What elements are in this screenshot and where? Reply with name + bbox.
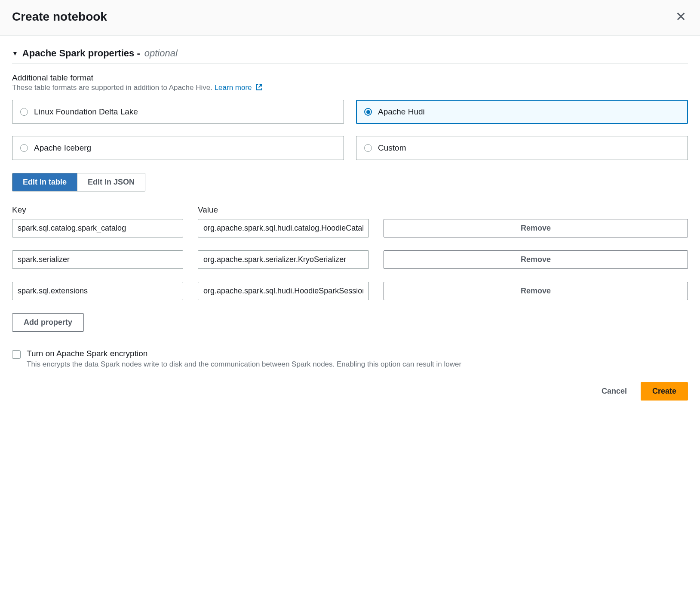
table-format-label: Additional table format bbox=[12, 73, 688, 83]
property-key-input[interactable] bbox=[12, 282, 183, 300]
property-key-input[interactable] bbox=[12, 250, 183, 269]
encryption-label: Turn on Apache Spark encryption bbox=[27, 349, 461, 358]
learn-more-link[interactable]: Learn more bbox=[215, 83, 263, 92]
properties-table: Key Value Remove Remove Remove bbox=[12, 205, 688, 300]
edit-mode-toggle: Edit in table Edit in JSON bbox=[12, 173, 145, 191]
remove-property-button[interactable]: Remove bbox=[384, 219, 688, 237]
value-column-header: Value bbox=[198, 205, 369, 215]
modal-body: ▼ Apache Spark properties - optional Add… bbox=[0, 36, 700, 374]
radio-icon bbox=[20, 144, 28, 152]
radio-apache-iceberg[interactable]: Apache Iceberg bbox=[12, 136, 344, 160]
radio-label: Custom bbox=[378, 143, 406, 153]
section-toggle[interactable]: ▼ Apache Spark properties - optional bbox=[12, 48, 688, 64]
close-button[interactable]: ✕ bbox=[674, 9, 688, 25]
radio-custom[interactable]: Custom bbox=[356, 136, 688, 160]
properties-header: Key Value bbox=[12, 205, 688, 215]
edit-in-table-button[interactable]: Edit in table bbox=[12, 173, 77, 191]
radio-icon bbox=[364, 108, 372, 116]
radio-label: Apache Hudi bbox=[378, 107, 425, 117]
property-value-input[interactable] bbox=[198, 250, 369, 269]
caret-down-icon: ▼ bbox=[12, 50, 18, 57]
encryption-checkbox[interactable] bbox=[12, 350, 21, 359]
radio-delta-lake[interactable]: Linux Foundation Delta Lake bbox=[12, 100, 344, 124]
encryption-description: This encrypts the data Spark nodes write… bbox=[27, 360, 461, 369]
radio-icon bbox=[364, 144, 372, 152]
property-row: Remove bbox=[12, 250, 688, 269]
modal-title: Create notebook bbox=[12, 10, 107, 24]
property-value-input[interactable] bbox=[198, 219, 369, 237]
remove-property-button[interactable]: Remove bbox=[384, 250, 688, 269]
radio-apache-hudi[interactable]: Apache Hudi bbox=[356, 100, 688, 124]
create-button[interactable]: Create bbox=[641, 382, 688, 401]
edit-in-json-button[interactable]: Edit in JSON bbox=[77, 173, 145, 191]
radio-label: Linux Foundation Delta Lake bbox=[34, 107, 138, 117]
external-link-icon bbox=[255, 83, 263, 93]
section-optional: optional bbox=[144, 48, 178, 59]
radio-label: Apache Iceberg bbox=[34, 143, 91, 153]
section-title: Apache Spark properties - bbox=[22, 48, 140, 59]
property-row: Remove bbox=[12, 282, 688, 300]
property-key-input[interactable] bbox=[12, 219, 183, 237]
property-row: Remove bbox=[12, 219, 688, 237]
radio-icon bbox=[20, 108, 28, 116]
add-property-button[interactable]: Add property bbox=[12, 313, 84, 332]
key-column-header: Key bbox=[12, 205, 183, 215]
modal-footer: Cancel Create bbox=[0, 374, 700, 401]
table-format-description: These table formats are supported in add… bbox=[12, 83, 688, 93]
encryption-checkbox-row: Turn on Apache Spark encryption This enc… bbox=[12, 349, 688, 369]
cancel-button[interactable]: Cancel bbox=[593, 382, 636, 400]
modal-header: Create notebook ✕ bbox=[0, 0, 700, 36]
property-value-input[interactable] bbox=[198, 282, 369, 300]
close-icon: ✕ bbox=[675, 9, 686, 24]
remove-property-button[interactable]: Remove bbox=[384, 282, 688, 300]
table-format-options: Linux Foundation Delta Lake Apache Hudi … bbox=[12, 100, 688, 160]
